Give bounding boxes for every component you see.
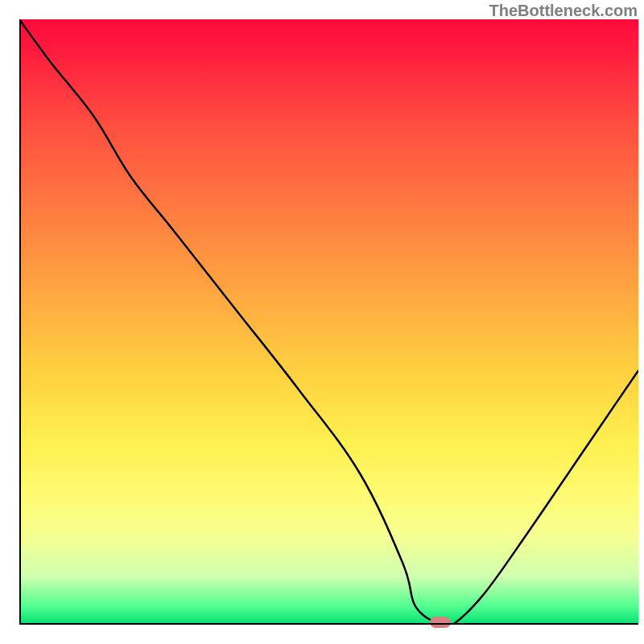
x-axis xyxy=(19,623,638,625)
curve-layer xyxy=(19,19,638,625)
y-axis xyxy=(19,19,21,625)
bottleneck-curve-path xyxy=(19,19,638,625)
bottleneck-chart: TheBottleneck.com xyxy=(0,0,644,644)
source-watermark: TheBottleneck.com xyxy=(489,2,638,20)
optimal-point-marker xyxy=(430,617,451,628)
